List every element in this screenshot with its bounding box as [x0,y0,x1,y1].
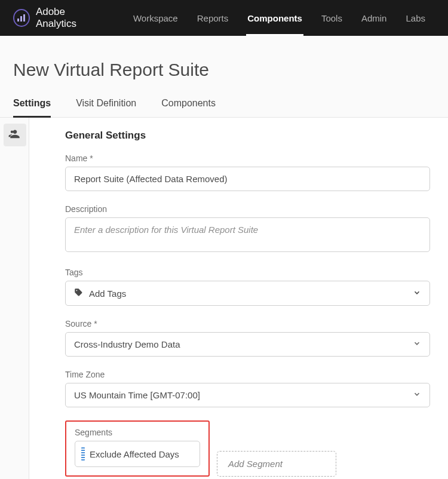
name-label: Name * [65,153,430,163]
tab-settings[interactable]: Settings [13,98,51,117]
field-name: Name * [65,153,430,191]
add-segment-placeholder: Add Segment [228,459,283,469]
section-title: General Settings [65,130,430,142]
description-label: Description [65,204,430,214]
tabs-bar: Settings Visit Definition Components [0,98,448,118]
timezone-label: Time Zone [65,370,430,379]
tags-placeholder: Add Tags [89,288,126,299]
segments-label: Segments [75,428,200,437]
chevron-down-icon [413,390,421,400]
main-panel: General Settings Name * Description Tags… [29,118,448,479]
field-timezone: Time Zone US Mountain Time [GMT-07:00] [65,370,430,407]
nav-labs[interactable]: Labs [396,0,435,36]
source-value: Cross-Industry Demo Data [74,339,180,349]
description-input[interactable] [65,217,430,252]
svg-rect-1 [20,16,22,22]
nav-reports[interactable]: Reports [188,0,238,36]
segments-highlight-box: Segments Exclude Affected Days [65,420,210,477]
nav-workspace[interactable]: Workspace [124,0,188,36]
svg-rect-2 [23,14,25,22]
field-source: Source * Cross-Industry Demo Data [65,319,430,357]
share-button[interactable] [4,124,26,146]
side-column [0,118,29,479]
source-label: Source * [65,319,430,328]
add-segment-dropzone[interactable]: Add Segment [217,451,336,477]
chevron-down-icon [413,339,421,349]
chevron-down-icon [413,288,421,299]
people-icon [8,127,22,143]
source-dropdown[interactable]: Cross-Industry Demo Data [65,332,430,357]
page-title: New Virtual Report Suite [0,36,448,98]
nav-components[interactable]: Components [238,0,312,36]
content-area: General Settings Name * Description Tags… [0,118,448,479]
timezone-value: US Mountain Time [GMT-07:00] [74,390,200,400]
drag-handle-icon[interactable] [81,447,85,460]
analytics-logo-icon [13,9,30,27]
segment-chip[interactable]: Exclude Affected Days [75,441,200,467]
tags-dropdown[interactable]: Add Tags [65,281,430,306]
svg-rect-0 [17,19,19,22]
nav-tools[interactable]: Tools [312,0,352,36]
segment-name: Exclude Affected Days [90,449,179,459]
tag-icon [74,288,83,299]
field-description: Description [65,204,430,254]
nav-admin[interactable]: Admin [352,0,397,36]
tab-components[interactable]: Components [161,98,216,117]
top-nav: Adobe Analytics Workspace Reports Compon… [0,0,448,36]
field-tags: Tags Add Tags [65,268,430,306]
tab-visit-definition[interactable]: Visit Definition [76,98,136,117]
product-logo-wrap[interactable]: Adobe Analytics [13,6,102,30]
tags-label: Tags [65,268,430,277]
segments-row: Segments Exclude Affected Days Add Segme… [65,420,430,477]
timezone-dropdown[interactable]: US Mountain Time [GMT-07:00] [65,383,430,407]
name-input[interactable] [65,167,430,191]
product-name: Adobe Analytics [36,6,102,30]
nav-items: Workspace Reports Components Tools Admin… [124,0,435,36]
